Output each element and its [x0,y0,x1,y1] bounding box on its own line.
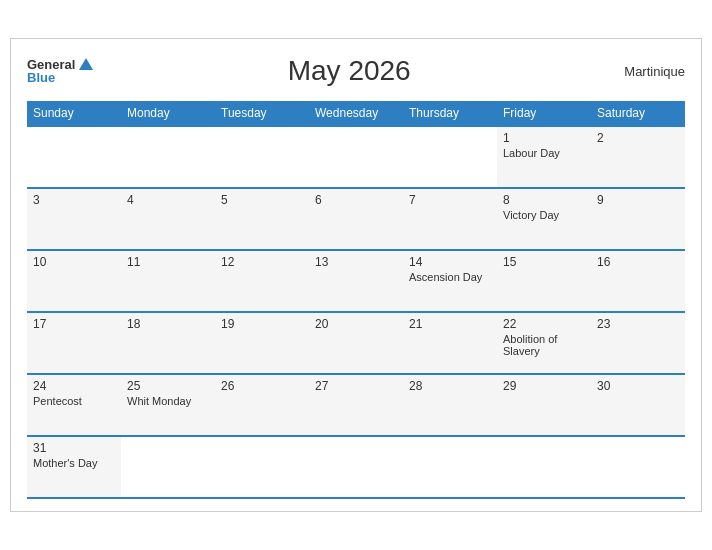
logo: General Blue [27,58,93,84]
calendar-day-cell: 22Abolition of Slavery [497,312,591,374]
calendar-day-cell [591,436,685,498]
calendar-day-cell: 30 [591,374,685,436]
day-number: 21 [409,317,491,331]
day-event: Mother's Day [33,457,115,469]
day-number: 5 [221,193,303,207]
weekday-header-monday: Monday [121,101,215,126]
day-event: Victory Day [503,209,585,221]
calendar-day-cell: 31Mother's Day [27,436,121,498]
calendar-day-cell [497,436,591,498]
day-number: 30 [597,379,679,393]
calendar-day-cell [27,126,121,188]
calendar-day-cell [121,126,215,188]
day-number: 19 [221,317,303,331]
calendar-day-cell: 14Ascension Day [403,250,497,312]
calendar-day-cell [215,126,309,188]
weekday-header-tuesday: Tuesday [215,101,309,126]
calendar-day-cell: 24Pentecost [27,374,121,436]
calendar-day-cell: 20 [309,312,403,374]
day-number: 23 [597,317,679,331]
calendar-week-row: 345678Victory Day9 [27,188,685,250]
calendar-day-cell: 6 [309,188,403,250]
day-number: 12 [221,255,303,269]
calendar-day-cell: 28 [403,374,497,436]
day-event: Pentecost [33,395,115,407]
calendar-day-cell: 17 [27,312,121,374]
day-number: 13 [315,255,397,269]
weekday-header-wednesday: Wednesday [309,101,403,126]
day-event: Whit Monday [127,395,209,407]
calendar-day-cell: 4 [121,188,215,250]
weekday-header-row: SundayMondayTuesdayWednesdayThursdayFrid… [27,101,685,126]
day-number: 4 [127,193,209,207]
day-number: 14 [409,255,491,269]
weekday-header-thursday: Thursday [403,101,497,126]
calendar-day-cell: 26 [215,374,309,436]
calendar-day-cell [309,126,403,188]
day-number: 18 [127,317,209,331]
weekday-header-sunday: Sunday [27,101,121,126]
calendar-day-cell [121,436,215,498]
calendar-day-cell [309,436,403,498]
day-number: 2 [597,131,679,145]
day-number: 20 [315,317,397,331]
calendar-day-cell: 19 [215,312,309,374]
calendar-day-cell: 15 [497,250,591,312]
day-number: 3 [33,193,115,207]
day-number: 9 [597,193,679,207]
calendar-day-cell: 1Labour Day [497,126,591,188]
calendar-day-cell: 8Victory Day [497,188,591,250]
region-label: Martinique [605,64,685,79]
calendar-day-cell: 23 [591,312,685,374]
calendar-week-row: 24Pentecost25Whit Monday2627282930 [27,374,685,436]
calendar-container: General Blue May 2026 Martinique SundayM… [10,38,702,512]
calendar-week-row: 171819202122Abolition of Slavery23 [27,312,685,374]
day-event: Abolition of Slavery [503,333,585,357]
day-number: 28 [409,379,491,393]
calendar-day-cell: 27 [309,374,403,436]
day-number: 27 [315,379,397,393]
calendar-day-cell: 5 [215,188,309,250]
day-number: 10 [33,255,115,269]
day-number: 15 [503,255,585,269]
calendar-header: General Blue May 2026 Martinique [27,55,685,87]
calendar-day-cell: 9 [591,188,685,250]
calendar-day-cell: 21 [403,312,497,374]
calendar-week-row: 31Mother's Day [27,436,685,498]
calendar-day-cell [403,436,497,498]
calendar-table: SundayMondayTuesdayWednesdayThursdayFrid… [27,101,685,499]
calendar-day-cell [403,126,497,188]
day-number: 8 [503,193,585,207]
day-event: Labour Day [503,147,585,159]
day-number: 17 [33,317,115,331]
calendar-day-cell: 11 [121,250,215,312]
calendar-day-cell: 13 [309,250,403,312]
day-event: Ascension Day [409,271,491,283]
day-number: 1 [503,131,585,145]
calendar-day-cell: 12 [215,250,309,312]
weekday-header-saturday: Saturday [591,101,685,126]
logo-blue-text: Blue [27,71,93,84]
day-number: 25 [127,379,209,393]
calendar-day-cell: 29 [497,374,591,436]
calendar-day-cell: 16 [591,250,685,312]
day-number: 29 [503,379,585,393]
calendar-day-cell: 3 [27,188,121,250]
calendar-title: May 2026 [93,55,605,87]
calendar-day-cell: 18 [121,312,215,374]
day-number: 31 [33,441,115,455]
calendar-day-cell: 25Whit Monday [121,374,215,436]
day-number: 24 [33,379,115,393]
calendar-day-cell: 2 [591,126,685,188]
day-number: 22 [503,317,585,331]
day-number: 16 [597,255,679,269]
calendar-day-cell: 10 [27,250,121,312]
day-number: 7 [409,193,491,207]
logo-triangle-icon [79,58,93,70]
day-number: 6 [315,193,397,207]
day-number: 11 [127,255,209,269]
calendar-week-row: 1Labour Day2 [27,126,685,188]
calendar-day-cell: 7 [403,188,497,250]
calendar-week-row: 1011121314Ascension Day1516 [27,250,685,312]
calendar-day-cell [215,436,309,498]
